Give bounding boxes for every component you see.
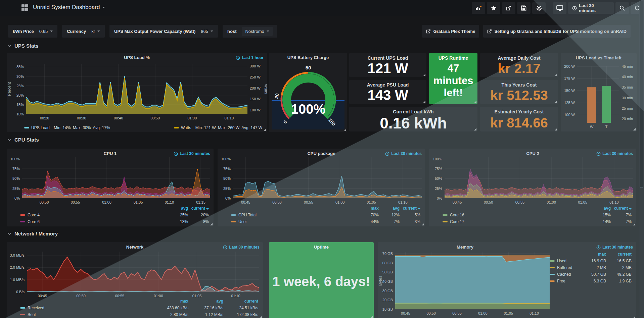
series-label: Core 17 xyxy=(450,219,464,224)
legend-sort-header[interactable]: max xyxy=(581,252,606,257)
variable-value-dropdown[interactable]: Nostromo xyxy=(242,27,272,36)
legend-value: 24.51 kB/s xyxy=(223,306,258,310)
panel-title[interactable]: Average PSU Load xyxy=(349,82,426,88)
cycle-view-button[interactable] xyxy=(553,2,566,14)
legend-sort-header[interactable]: avg xyxy=(590,206,611,211)
svg-text:00:50: 00:50 xyxy=(76,294,86,298)
legend-sort-header[interactable]: current xyxy=(606,252,632,257)
grafana-dashboard: Unraid System Dashboard xyxy=(0,0,644,318)
variable-kwh-price[interactable]: kWh Price0.65 xyxy=(8,25,57,38)
chevron-down-icon xyxy=(7,232,11,235)
legend-value: 16.5 GB xyxy=(606,259,632,263)
ups-load-chart[interactable]: 35%30%25%20%15%10%300 W250 W200 W150 W10… xyxy=(7,53,267,122)
panel-title[interactable]: Average Daily Cost xyxy=(480,55,558,61)
variable-value-dropdown[interactable]: kr xyxy=(91,29,100,34)
panel-title[interactable]: Current Load kWh xyxy=(349,109,477,114)
variable-currency[interactable]: Currencykr xyxy=(62,25,105,38)
svg-text:20%: 20% xyxy=(16,93,24,97)
add-panel-button[interactable] xyxy=(472,2,485,14)
network-chart[interactable]: 3.0 MB/s2.0 MB/s1.0 MB/s0 B/s00:4500:500… xyxy=(7,242,263,300)
svg-text:50%: 50% xyxy=(435,176,442,180)
section-ups-stats[interactable]: UPS Stats xyxy=(7,43,39,49)
svg-text:25%: 25% xyxy=(223,187,231,191)
legend-sort-header[interactable]: current xyxy=(611,206,632,211)
chevron-down-icon xyxy=(267,31,269,32)
series-color-swatch xyxy=(231,221,236,222)
section-network-memory[interactable]: Network / Memory xyxy=(7,231,58,236)
star-button[interactable] xyxy=(487,2,500,14)
panel-this-years-cost: This Years Cost kr 512.53 xyxy=(480,80,558,104)
cpu-package-chart[interactable]: 100%75%50%25%0%00:4500:5000:5501:0001:05… xyxy=(218,149,425,206)
legend-sort-header[interactable]: current xyxy=(400,206,420,211)
legend-item[interactable]: Core 17 xyxy=(443,219,590,224)
cpu1-chart[interactable]: 100%75%50%25%0%00:5000:5501:0001:0501:10… xyxy=(7,149,214,206)
search-button[interactable] xyxy=(615,2,629,14)
legend-item[interactable]: Buffered xyxy=(550,265,581,270)
panel-title[interactable]: This Years Cost xyxy=(480,82,558,88)
variable-host[interactable]: hostNostromo xyxy=(223,25,277,38)
ups-load-vs-time-chart[interactable]: 200 W175 W150 W125 W100 W45 min40 min35 … xyxy=(561,53,637,131)
save-button[interactable] xyxy=(517,2,531,14)
legend-item[interactable]: Used xyxy=(550,259,581,263)
variable-ups-max-output-power-capacity-watt-[interactable]: UPS Max Output Power Capacity (Watt)865 xyxy=(109,25,218,38)
dashboard-link[interactable]: Grafana Plex Theme xyxy=(422,25,479,38)
sort-caret-icon xyxy=(206,208,209,210)
settings-button[interactable] xyxy=(532,2,546,14)
section-cpu-stats[interactable]: CPU Stats xyxy=(7,137,39,143)
svg-text:35 min: 35 min xyxy=(622,85,633,89)
legend-item[interactable]: UPS Load Min: 14% Max: 30% Avg: 17% xyxy=(24,125,110,130)
cpu2-chart[interactable]: 100%75%50%25%0%00:4500:5000:5501:0001:05… xyxy=(429,149,636,206)
legend-row: Sent2.80 MB/s1.12 MB/s172.08 kB/s xyxy=(20,311,258,318)
variable-value-dropdown[interactable]: 0.65 xyxy=(39,29,53,34)
legend-sort-header[interactable]: avg xyxy=(379,206,400,211)
legend-value: 5% xyxy=(400,213,420,217)
svg-text:10 GB: 10 GB xyxy=(382,307,393,311)
grid-menu-icon[interactable] xyxy=(21,4,28,11)
dashboard-title[interactable]: Unraid System Dashboard xyxy=(33,4,105,11)
series-label: Core 16 xyxy=(450,213,464,217)
panel-title[interactable]: UPS Battery Charge xyxy=(269,55,347,60)
legend-item[interactable]: CPU Total xyxy=(231,213,358,217)
svg-text:150 W: 150 W xyxy=(250,97,261,101)
scrollbar-track[interactable] xyxy=(639,0,644,318)
legend-item[interactable]: Sent xyxy=(20,312,153,317)
legend-sort-header[interactable]: current xyxy=(223,299,258,304)
variable-value-dropdown[interactable]: 865 xyxy=(201,29,213,34)
svg-text:01:00: 01:00 xyxy=(102,200,111,204)
legend-item[interactable]: Core 16 xyxy=(443,213,590,217)
variable-label: kWh Price xyxy=(13,29,34,34)
svg-text:01:10: 01:10 xyxy=(225,116,234,120)
legend-item[interactable]: Received xyxy=(20,306,153,310)
battery-gauge[interactable]: 50 20 0 100 100% xyxy=(273,63,343,128)
legend-item[interactable]: Free xyxy=(550,279,581,283)
legend-sort-header[interactable]: max xyxy=(358,206,379,211)
legend-item[interactable]: Cached xyxy=(550,272,581,277)
legend-item[interactable]: Watts Min: 121 W Max: 260 W Avg: 147 W xyxy=(174,125,262,130)
svg-text:20 GB: 20 GB xyxy=(382,298,393,302)
panel-title[interactable]: Estimated Yearly Cost xyxy=(480,109,558,114)
svg-text:60 GB: 60 GB xyxy=(382,261,393,265)
legend-header-row: maxavgcurrent xyxy=(231,205,420,212)
share-button[interactable] xyxy=(502,2,515,14)
panel-title[interactable]: UPS Runtime xyxy=(429,55,477,61)
panel-title[interactable]: Current UPS Load xyxy=(349,55,426,61)
dashboard-link[interactable]: Setting up Grafana and InfluxDB for UPS … xyxy=(483,25,631,38)
legend-sort-header[interactable]: max xyxy=(153,299,188,304)
svg-text:00:50: 00:50 xyxy=(484,200,493,204)
svg-text:00:50: 00:50 xyxy=(40,200,49,204)
svg-text:01:00: 01:00 xyxy=(187,116,197,120)
legend-sort-header[interactable]: avg xyxy=(167,206,188,211)
scrollbar-thumb[interactable] xyxy=(640,1,643,188)
legend-item[interactable]: Core 4 xyxy=(20,213,167,217)
legend-item[interactable]: Core 6 xyxy=(20,219,167,224)
legend-sort-header[interactable]: current xyxy=(188,206,209,211)
legend-value: 7% xyxy=(611,219,632,224)
time-range-picker[interactable]: Last 30 minutes xyxy=(568,2,614,14)
panel-time-range[interactable]: Last 30 minutes xyxy=(596,245,633,250)
svg-text:250 W: 250 W xyxy=(250,75,261,79)
memory-chart[interactable]: 70 GB60 GB50 GB40 GB30 GB20 GB10 GB00:45… xyxy=(378,242,552,318)
stat-value: kr 512.53 xyxy=(480,88,558,103)
panel-title[interactable]: Uptime xyxy=(269,245,374,250)
legend-sort-header[interactable]: avg xyxy=(188,299,223,304)
legend-item[interactable]: User xyxy=(231,219,358,224)
